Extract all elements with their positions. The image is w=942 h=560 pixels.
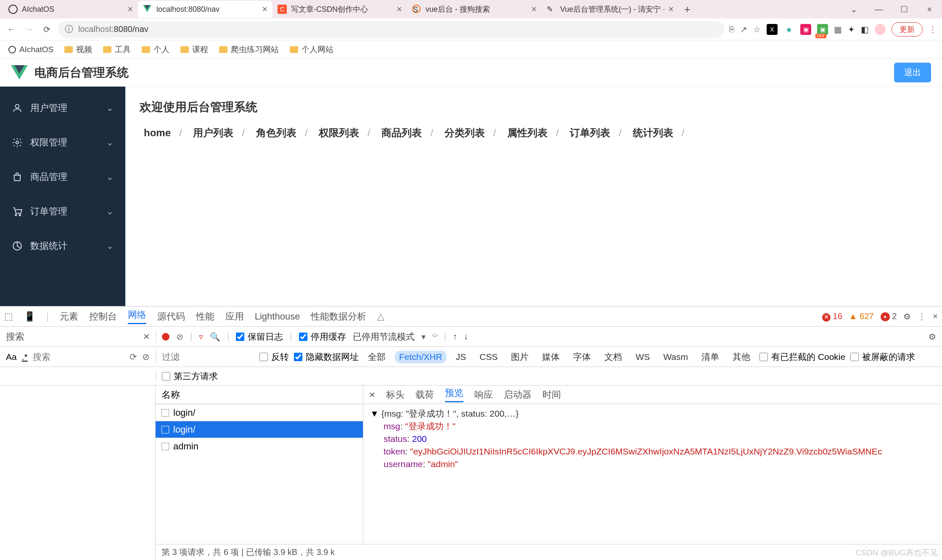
close-icon[interactable]: × bbox=[531, 4, 537, 15]
type-font[interactable]: 字体 bbox=[569, 350, 595, 364]
share-icon[interactable]: ↗ bbox=[740, 24, 747, 34]
request-row[interactable]: admin bbox=[156, 438, 363, 454]
filter-input[interactable] bbox=[162, 352, 254, 362]
breadcrumb-item[interactable]: 分类列表 bbox=[445, 127, 485, 138]
tab-sources[interactable]: 源代码 bbox=[157, 310, 185, 323]
bookmark-tools[interactable]: 工具 bbox=[103, 44, 131, 55]
update-button[interactable]: 更新 bbox=[892, 22, 923, 37]
extensions-icon[interactable]: ✦ bbox=[848, 24, 855, 34]
close-icon[interactable]: × bbox=[127, 4, 133, 15]
blocked-requests-checkbox[interactable]: 被屏蔽的请求 bbox=[850, 351, 915, 363]
tab-sogou[interactable]: S vue后台 - 搜狗搜索 × bbox=[407, 1, 542, 18]
breadcrumb-item[interactable]: 权限列表 bbox=[319, 127, 359, 138]
error-badge[interactable]: ✕ 16 bbox=[822, 312, 842, 322]
clear-icon[interactable]: ⊘ bbox=[142, 352, 150, 362]
bookmark-course[interactable]: 课程 bbox=[180, 44, 208, 55]
star-icon[interactable]: ☆ bbox=[753, 24, 761, 34]
type-other[interactable]: 其他 bbox=[728, 350, 754, 364]
request-row[interactable]: login/ bbox=[156, 421, 363, 438]
search-icon[interactable]: 🔍 bbox=[210, 332, 220, 342]
close-icon[interactable]: × bbox=[143, 330, 150, 343]
type-all[interactable]: 全部 bbox=[364, 350, 390, 364]
menu-icon[interactable]: ⋮ bbox=[929, 24, 937, 34]
tab-lighthouse[interactable]: Lighthouse bbox=[255, 311, 300, 322]
disable-cache-checkbox[interactable]: 停用缓存 bbox=[299, 331, 346, 343]
breadcrumb-item[interactable]: 统计列表 bbox=[633, 127, 673, 138]
type-img[interactable]: 图片 bbox=[507, 350, 533, 364]
new-tab-button[interactable]: + bbox=[679, 3, 696, 16]
tab-performance[interactable]: 性能 bbox=[196, 310, 214, 323]
forward-icon[interactable]: → bbox=[23, 23, 35, 36]
close-icon[interactable]: × bbox=[369, 389, 375, 401]
throttling-select[interactable]: 已停用节流模式 bbox=[353, 331, 415, 343]
close-icon[interactable]: × bbox=[397, 4, 402, 15]
sidebar-item-stats[interactable]: 数据统计 ⌄ bbox=[0, 229, 125, 263]
bookmark-video[interactable]: 视频 bbox=[64, 44, 92, 55]
tab-aichatos[interactable]: AIchatOS × bbox=[3, 1, 138, 18]
blocked-cookies-checkbox[interactable]: 有已拦截的 Cookie bbox=[759, 351, 845, 363]
type-js[interactable]: JS bbox=[452, 351, 471, 363]
detail-tab-headers[interactable]: 标头 bbox=[386, 388, 405, 401]
breadcrumb-item[interactable]: 用户列表 bbox=[193, 127, 233, 138]
breadcrumb-item[interactable]: 订单列表 bbox=[570, 127, 610, 138]
regex-toggle[interactable]: .* bbox=[22, 352, 28, 362]
tab-elements[interactable]: 元素 bbox=[60, 310, 78, 323]
more-icon[interactable]: ⋮ bbox=[918, 312, 926, 322]
reload-icon[interactable]: ⟳ bbox=[40, 23, 53, 36]
third-party-checkbox[interactable]: 第三方请求 bbox=[162, 370, 218, 382]
type-css[interactable]: CSS bbox=[475, 351, 502, 363]
upload-icon[interactable]: ↑ bbox=[453, 332, 457, 341]
install-icon[interactable]: ⎘ bbox=[729, 24, 734, 34]
search-input[interactable] bbox=[33, 352, 83, 362]
clear-icon[interactable]: ⊘ bbox=[176, 332, 183, 342]
hide-data-urls-checkbox[interactable]: 隐藏数据网址 bbox=[294, 351, 359, 363]
close-icon[interactable]: × bbox=[917, 0, 942, 18]
refresh-icon[interactable]: ⟳ bbox=[130, 352, 137, 362]
ext-x-icon[interactable]: X bbox=[767, 24, 778, 35]
download-icon[interactable]: ↓ bbox=[464, 332, 468, 341]
chevron-down-icon[interactable]: ▾ bbox=[421, 332, 426, 342]
filter-icon[interactable]: ▿ bbox=[199, 332, 203, 342]
close-icon[interactable]: × bbox=[933, 312, 938, 321]
ext-search-icon[interactable]: ◉ bbox=[783, 24, 794, 35]
wifi-icon[interactable]: ⌔ bbox=[432, 332, 437, 341]
type-doc[interactable]: 文档 bbox=[600, 350, 626, 364]
close-icon[interactable]: × bbox=[668, 4, 674, 15]
breadcrumb-item[interactable]: 角色列表 bbox=[256, 127, 296, 138]
ext-pink-icon[interactable]: ▣ bbox=[800, 24, 811, 35]
device-icon[interactable]: 📱 bbox=[24, 311, 35, 322]
close-icon[interactable]: × bbox=[262, 4, 267, 15]
issues-badge[interactable]: ▪ 2 bbox=[881, 312, 897, 321]
preserve-log-checkbox[interactable]: 保留日志 bbox=[236, 331, 283, 343]
bookmark-crawler[interactable]: 爬虫练习网站 bbox=[219, 44, 279, 55]
breadcrumb-item[interactable]: home bbox=[144, 127, 171, 138]
profile-icon[interactable] bbox=[875, 24, 886, 35]
logout-button[interactable]: 退出 bbox=[894, 63, 931, 82]
sidepanel-icon[interactable]: ◧ bbox=[861, 24, 869, 34]
inspect-icon[interactable]: ⬚ bbox=[4, 311, 13, 322]
record-icon[interactable] bbox=[162, 333, 169, 341]
tab-application[interactable]: 应用 bbox=[225, 310, 244, 323]
type-wasm[interactable]: Wasm bbox=[659, 351, 692, 363]
detail-tab-timing[interactable]: 时间 bbox=[542, 388, 561, 401]
type-manifest[interactable]: 清单 bbox=[697, 350, 723, 364]
back-icon[interactable]: ← bbox=[5, 23, 18, 36]
json-preview[interactable]: ▼ {msg: "登录成功！", status: 200,…} msg: "登录… bbox=[363, 404, 942, 544]
ext-grid-icon[interactable]: ▦ bbox=[834, 24, 842, 34]
sidebar-item-users[interactable]: 用户管理 ⌄ bbox=[0, 91, 125, 125]
bookmark-aichatos[interactable]: AIchatOS bbox=[8, 45, 53, 54]
type-ws[interactable]: WS bbox=[631, 351, 654, 363]
collapse-icon[interactable]: ▼ bbox=[370, 409, 379, 418]
gear-icon[interactable]: ⚙ bbox=[903, 312, 911, 322]
url-input[interactable]: ⓘ localhost:8080/nav bbox=[58, 21, 724, 38]
request-row[interactable]: login/ bbox=[156, 404, 363, 421]
sidebar-item-goods[interactable]: 商品管理 ⌄ bbox=[0, 160, 125, 194]
detail-tab-response[interactable]: 响应 bbox=[474, 388, 493, 401]
ext-off-icon[interactable]: OFF▣ bbox=[817, 24, 828, 35]
detail-tab-preview[interactable]: 预览 bbox=[445, 387, 463, 402]
tab-network[interactable]: 网络 bbox=[128, 309, 146, 324]
detail-tab-payload[interactable]: 载荷 bbox=[415, 388, 434, 401]
tab-vue-admin[interactable]: ✎ Vue后台管理系统(一) - 清安宁 · × bbox=[542, 1, 679, 18]
detail-tab-initiator[interactable]: 启动器 bbox=[504, 388, 532, 401]
type-media[interactable]: 媒体 bbox=[538, 350, 564, 364]
